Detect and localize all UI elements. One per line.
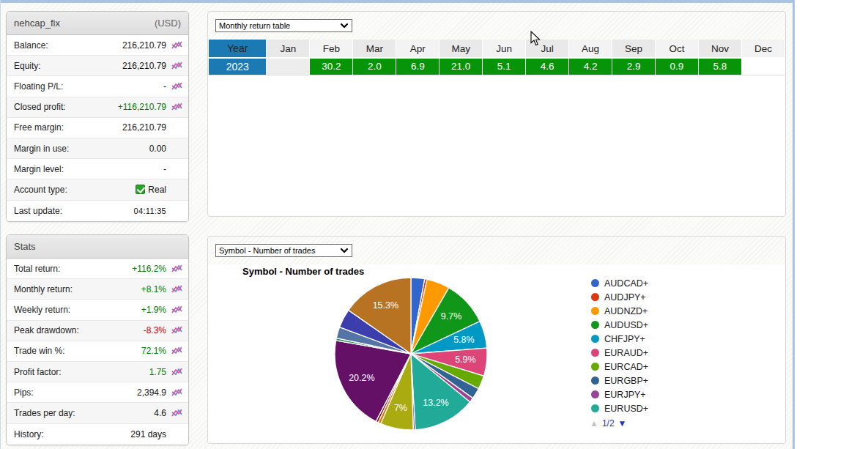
account-row: Last update:04:11:35 — [7, 201, 188, 221]
monthly-return-table: YearJanFebMarAprMayJunJulAugSepOctNovDec… — [209, 40, 785, 75]
legend-item-AUDJPY+[interactable]: AUDJPY+ — [591, 290, 648, 304]
table-return-cell: 2.0 — [353, 58, 396, 75]
table-header-month: Apr — [396, 40, 439, 58]
legend-color-dot — [591, 335, 599, 343]
legend-label: EURCAD+ — [604, 362, 648, 372]
account-row: Balance:216,210.79 — [7, 35, 188, 56]
legend-label: EURUSD+ — [604, 404, 648, 414]
account-rows: Balance:216,210.79Equity:216,210.79Float… — [7, 35, 188, 221]
chart-line-icon[interactable] — [171, 82, 182, 91]
legend-item-AUDCAD+[interactable]: AUDCAD+ — [591, 276, 648, 290]
account-row: Closed profit:+116,210.79 — [7, 97, 188, 118]
stats-row: Profit factor:1.75 — [7, 362, 188, 382]
stats-panel-header: Stats — [7, 235, 188, 259]
legend-item-EURUSD+[interactable]: EURUSD+ — [591, 401, 648, 415]
table-year-cell: 2023 — [209, 58, 267, 75]
chart-line-icon[interactable] — [171, 264, 182, 273]
pie-chart: 9.7%5.8%5.9%13.2%7%20.2%15.3% — [330, 273, 492, 434]
stat-label: Pips: — [14, 387, 34, 398]
legend-pager: ▲ 1/2 ▼ — [590, 418, 626, 428]
table-return-cell: 4.2 — [569, 58, 612, 75]
stat-value: 2,394.9 — [34, 387, 166, 398]
pie-slice-label: 20.2% — [349, 373, 374, 383]
symbol-view-dropdown[interactable]: Symbol - Number of trades — [215, 244, 352, 257]
stat-label: Account type: — [14, 185, 67, 195]
stat-value: 04:11:35 — [62, 207, 166, 215]
stat-label: Free margin: — [14, 122, 64, 133]
mouse-cursor-icon — [530, 31, 542, 47]
table-header-month: Feb — [310, 40, 353, 58]
symbol-trades-panel: Symbol - Number of trades Symbol - Numbe… — [207, 236, 786, 444]
table-return-cell: 2.9 — [612, 58, 656, 75]
chart-line-icon[interactable] — [171, 62, 182, 70]
legend-color-dot — [591, 404, 599, 412]
stat-label: Equity: — [14, 61, 41, 71]
legend-color-dot — [591, 363, 599, 371]
stat-label: Margin in use: — [14, 144, 69, 154]
table-return-cell: 5.8 — [698, 58, 741, 75]
legend-item-CHFJPY+[interactable]: CHFJPY+ — [591, 332, 648, 346]
stats-panel: Stats Total return:+116.2%Monthly return… — [6, 234, 189, 445]
legend-page-up-icon[interactable]: ▲ — [590, 418, 598, 428]
table-return-cell: 4.6 — [526, 58, 569, 75]
legend-color-dot — [591, 307, 599, 315]
stat-value: +116,210.79 — [66, 102, 166, 112]
monthly-view-dropdown[interactable]: Monthly return table — [215, 19, 352, 32]
chart-line-icon[interactable] — [171, 103, 182, 111]
legend-label: AUDCAD+ — [604, 278, 648, 289]
stats-row: Pips:2,394.9 — [7, 382, 188, 403]
stat-label: Closed profit: — [14, 102, 66, 112]
stat-value: 216,210.79 — [48, 40, 166, 51]
legend-item-AUDUSD+[interactable]: AUDUSD+ — [591, 318, 648, 332]
table-return-cell: 6.9 — [396, 58, 439, 75]
chart-line-icon[interactable] — [171, 285, 182, 294]
table-return-cell — [267, 58, 310, 75]
chevron-down-icon — [340, 21, 349, 30]
chart-line-icon[interactable] — [171, 305, 182, 314]
page: nehcap_fix (USD) Balance:216,210.79Equit… — [0, 0, 868, 449]
chart-line-icon[interactable] — [171, 326, 182, 335]
pie-slice-label: 7% — [394, 403, 407, 413]
stat-value: 72.1% — [65, 346, 166, 356]
stat-value: 216,210.79 — [41, 61, 166, 71]
table-header-month: Aug — [569, 40, 612, 58]
chart-line-icon[interactable] — [171, 409, 182, 418]
table-header-month: Jun — [483, 40, 526, 58]
legend-label: EURGBP+ — [604, 376, 648, 386]
table-header-month: Jan — [267, 40, 310, 58]
pie-slice-label: 5.9% — [455, 355, 476, 365]
chart-line-icon[interactable] — [171, 388, 182, 397]
content-area: nehcap_fix (USD) Balance:216,210.79Equit… — [0, 0, 795, 449]
legend-item-EURGBP+[interactable]: EURGBP+ — [591, 374, 648, 387]
legend-label: AUDUSD+ — [604, 320, 648, 330]
account-name: nehcap_fix — [14, 18, 60, 29]
stat-value: - — [63, 81, 166, 92]
stats-row: Trade win %:72.1% — [7, 341, 188, 362]
legend-item-EURCAD+[interactable]: EURCAD+ — [591, 360, 648, 374]
table-return-cell: 30.2 — [310, 58, 353, 75]
table-header-month: Mar — [353, 40, 396, 58]
stat-label: Profit factor: — [14, 367, 62, 377]
stat-value: +8.1% — [73, 284, 166, 294]
stats-title: Stats — [14, 241, 36, 252]
pie-slice-label: 15.3% — [373, 300, 398, 311]
table-return-cell — [741, 58, 784, 75]
legend-item-EURJPY+[interactable]: EURJPY+ — [591, 387, 648, 401]
table-return-cell: 0.9 — [656, 58, 699, 75]
right-border-line — [793, 0, 795, 449]
chart-line-icon[interactable] — [171, 368, 182, 376]
chart-line-icon[interactable] — [171, 41, 182, 50]
legend-item-AUDNZD+[interactable]: AUDNZD+ — [591, 304, 648, 318]
legend-page-down-icon[interactable]: ▼ — [618, 418, 627, 428]
stat-value: 1.75 — [62, 367, 166, 377]
legend-item-EURAUD+[interactable]: EURAUD+ — [591, 346, 648, 360]
chart-line-icon[interactable] — [171, 346, 182, 355]
stat-label: Balance: — [14, 40, 48, 51]
table-return-cell: 21.0 — [439, 58, 483, 75]
stat-label: History: — [14, 429, 44, 439]
real-account-checkbox-icon — [136, 185, 145, 194]
stat-label: Trade win %: — [14, 346, 65, 356]
pie-slice-label: 13.2% — [423, 398, 448, 408]
monthly-return-panel: Monthly return table YearJanFebMarAprMay… — [207, 11, 786, 217]
legend-color-dot — [591, 349, 599, 357]
